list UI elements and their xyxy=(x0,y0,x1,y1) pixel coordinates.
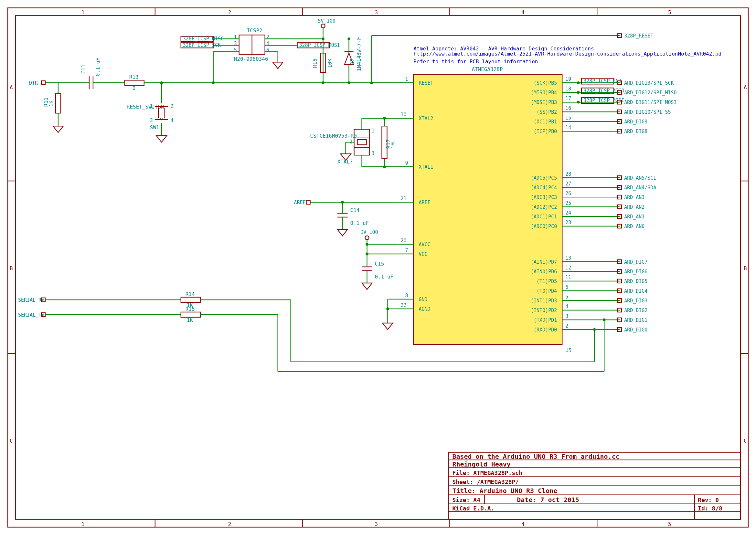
svg-text:10: 10 xyxy=(400,112,406,118)
svg-text:ICSP2: ICSP2 xyxy=(247,27,262,34)
svg-text:26: 26 xyxy=(565,191,571,196)
svg-text:22: 22 xyxy=(400,302,406,308)
net-ARD_DIG12/SPI_MISO: ARD_DIG12/SPI_MISO xyxy=(624,90,677,96)
svg-text:C15: C15 xyxy=(375,261,384,267)
svg-text:C: C xyxy=(744,438,747,444)
svg-text:R13: R13 xyxy=(129,74,139,80)
svg-text:3: 3 xyxy=(150,118,153,124)
svg-text:12: 12 xyxy=(565,265,571,271)
svg-text:6: 6 xyxy=(565,284,568,290)
net-ARD_DIG0: ARD_DIG0 xyxy=(624,327,647,333)
svg-text:8: 8 xyxy=(405,293,408,298)
svg-text:B: B xyxy=(10,265,13,271)
net-reset: 328P_RESET xyxy=(624,33,653,39)
svg-text:GND: GND xyxy=(419,296,427,302)
net-ARD_AN3: ARD_AN3 xyxy=(624,194,645,200)
svg-text:10K: 10K xyxy=(327,59,333,68)
svg-text:3: 3 xyxy=(565,313,568,319)
svg-text:3: 3 xyxy=(375,9,378,15)
svg-text:Rheingold Heavy: Rheingold Heavy xyxy=(452,460,510,468)
svg-text:0.1 uF: 0.1 uF xyxy=(95,58,101,76)
svg-text:A: A xyxy=(10,84,13,91)
svg-text:VCC: VCC xyxy=(419,251,427,257)
net-ARD_AN0: ARD_AN0 xyxy=(624,224,645,229)
svg-text:1N4148W-7-F: 1N4148W-7-F xyxy=(356,37,362,71)
svg-text:File: ATMEGA328P.sch: File: ATMEGA328P.sch xyxy=(452,469,522,476)
svg-text:C11: C11 xyxy=(80,64,87,74)
svg-text:27: 27 xyxy=(565,181,571,187)
svg-text:24: 24 xyxy=(565,210,571,216)
icsp-mosi-label: 328P_ICSP_MOSI xyxy=(299,42,340,48)
svg-text:http://www.atmel.com/images/At: http://www.atmel.com/images/Atmel-2521-A… xyxy=(413,51,724,57)
svg-text:M20-9980346: M20-9980346 xyxy=(234,56,268,62)
svg-text:4: 4 xyxy=(565,304,568,309)
svg-text:4: 4 xyxy=(521,521,525,527)
svg-text:RESET: RESET xyxy=(419,80,433,86)
vcc-network: DV_L00 C150.1 uF xyxy=(361,229,397,290)
svg-text:Id: 8/8: Id: 8/8 xyxy=(698,505,722,512)
svg-text:(TXD)PD1: (TXD)PD1 xyxy=(534,317,557,323)
net-ARD_DIG1: ARD_DIG1 xyxy=(624,317,647,323)
net-ARD_DIG6: ARD_DIG6 xyxy=(624,269,647,275)
svg-text:20: 20 xyxy=(400,238,406,243)
svg-point-57 xyxy=(577,81,580,84)
svg-text:5: 5 xyxy=(668,521,671,527)
svg-rect-150 xyxy=(125,80,144,85)
svg-text:15: 15 xyxy=(565,115,571,121)
svg-point-62 xyxy=(577,91,580,94)
svg-point-67 xyxy=(577,101,580,104)
svg-text:Date: 7 oct 2015: Date: 7 oct 2015 xyxy=(517,496,579,504)
svg-rect-140 xyxy=(56,94,61,113)
svg-point-239 xyxy=(365,253,368,256)
icsp-header: ICSP2 M20-9980346 12 34 56 328P_ICSP_MIS… xyxy=(181,18,340,83)
title-block: Based on the Arduino UNO R3 From arduino… xyxy=(448,452,741,520)
svg-text:5: 5 xyxy=(565,294,568,300)
svg-text:Refer to this for PCB layout i: Refer to this for PCB layout information xyxy=(413,59,538,65)
icsp-miso-label: 328P_ICSP_MISO xyxy=(183,36,224,42)
svg-point-251 xyxy=(386,308,389,310)
svg-point-188 xyxy=(322,81,325,84)
svg-text:5V_100: 5V_100 xyxy=(318,18,335,24)
svg-text:4: 4 xyxy=(521,9,525,15)
svg-text:XTAL2: XTAL2 xyxy=(419,116,433,122)
svg-text:2: 2 xyxy=(228,521,231,527)
svg-text:(MISO)PB4: (MISO)PB4 xyxy=(531,90,557,96)
svg-text:14: 14 xyxy=(565,125,571,130)
svg-text:5: 5 xyxy=(234,47,237,53)
svg-text:(INT1)PD3: (INT1)PD3 xyxy=(531,298,557,304)
net-serial-rx: SERIAL_Rx xyxy=(18,297,44,303)
svg-text:(SS)PB2: (SS)PB2 xyxy=(537,109,557,115)
svg-text:0.1 uF: 0.1 uF xyxy=(375,274,394,280)
gnd-network xyxy=(382,299,397,329)
svg-rect-227 xyxy=(306,200,310,204)
svg-text:(ADC5)PC5: (ADC5)PC5 xyxy=(531,175,557,181)
svg-text:25: 25 xyxy=(565,200,571,206)
svg-text:328P_ICSP_MISO: 328P_ICSP_MISO xyxy=(583,88,624,94)
schematic-sheet: 1 2 3 4 5 1 2 3 4 5 A B C A B C ATMEGA32… xyxy=(0,0,756,535)
svg-text:4: 4 xyxy=(171,118,174,124)
svg-text:SW1: SW1 xyxy=(150,125,160,130)
net-ARD_AN5/SCL: ARD_AN5/SCL xyxy=(624,175,656,181)
svg-text:9: 9 xyxy=(405,160,408,166)
net-ARD_DIG7: ARD_DIG7 xyxy=(624,259,647,265)
svg-text:7: 7 xyxy=(405,247,408,253)
svg-text:328P_ICSP_MOSI: 328P_ICSP_MOSI xyxy=(583,98,624,103)
svg-point-185 xyxy=(321,24,325,28)
svg-text:1: 1 xyxy=(405,76,408,82)
svg-text:R15: R15 xyxy=(186,306,195,312)
svg-text:328P_ICSP_SCK: 328P_ICSP_SCK xyxy=(583,78,621,84)
ic-refdes: U5 xyxy=(565,347,571,353)
svg-text:(OC1)PB1: (OC1)PB1 xyxy=(534,119,557,125)
svg-text:Size: A4: Size: A4 xyxy=(452,496,480,503)
svg-text:(ADC2)PC2: (ADC2)PC2 xyxy=(531,204,557,210)
svg-text:(ADC4)PC4: (ADC4)PC4 xyxy=(531,185,557,191)
ic-name: ATMEGA328P xyxy=(472,66,503,72)
svg-text:XTAL1: XTAL1 xyxy=(419,164,433,170)
svg-point-238 xyxy=(365,243,368,246)
svg-point-200 xyxy=(347,81,350,84)
svg-text:(INT0)PD2: (INT0)PD2 xyxy=(531,308,557,313)
svg-text:Title: Arduino UNO R3 Clone: Title: Arduino UNO R3 Clone xyxy=(452,487,557,494)
net-ARD_DIG9: ARD_DIG9 xyxy=(624,119,647,125)
svg-text:1: 1 xyxy=(234,34,237,40)
svg-text:(MOSI)PB3: (MOSI)PB3 xyxy=(531,99,557,105)
